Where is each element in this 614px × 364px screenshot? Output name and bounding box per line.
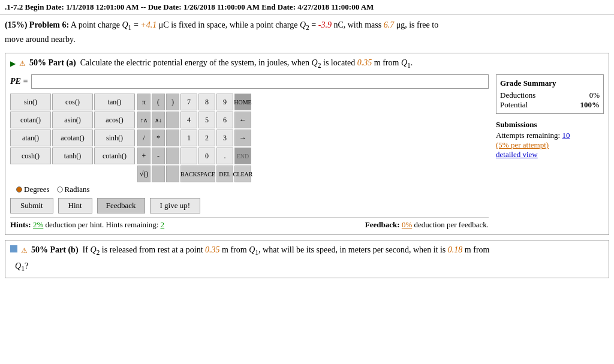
radians-radio-dot [57,186,63,192]
calc-open-paren[interactable]: ( [152,94,165,110]
calc-empty-num [180,148,197,164]
action-buttons-row: Submit Hint Feedback I give up! [10,198,489,213]
submit-button[interactable]: Submit [10,198,53,213]
hints-pct: 2% [33,220,43,229]
degrees-radio-label[interactable]: Degrees [16,185,50,194]
main-box: ▶ ⚠ 50% Part (a) Calculate the electric … [5,53,609,235]
calc-5[interactable]: 5 [198,112,215,128]
calculator: sin() cos() tan() cotan() asin() acos() … [10,94,489,194]
header-label: .1-7.2 Begin Date: [5,2,64,11]
detail-link[interactable]: detailed view [496,150,538,159]
attempts-val: 10 [562,131,570,140]
calc-atan[interactable]: atan() [10,130,51,146]
degrees-radio-dot [16,186,22,192]
calc-sinh[interactable]: sinh() [94,130,135,146]
calc-home[interactable]: HOME [234,94,251,110]
part-b-warning-icon: ⚠ [21,246,28,255]
per-attempt-row: (5% per attempt) [496,140,604,150]
part-a-body: PE = sin() cos() tan() cotan() asin() ac… [10,74,604,230]
calc-plus[interactable]: + [137,148,151,164]
calc-del[interactable]: DEL [216,166,233,182]
calc-end[interactable]: END [234,148,251,164]
calc-fwd-arrow[interactable]: → [234,130,251,146]
part-b-text: 50% Part (b) If Q2 is released from rest… [31,245,489,257]
hint-button[interactable]: Hint [58,198,92,213]
hints-count: 2 [161,220,165,229]
calc-7[interactable]: 7 [180,94,197,110]
calc-sin[interactable]: sin() [10,94,51,110]
calc-asin[interactable]: asin() [52,112,93,128]
grade-summary-panel: Grade Summary Deductions 0% Potential 10… [496,74,604,230]
calc-empty-1 [166,112,179,128]
calc-grid: sin() cos() tan() cotan() asin() acos() … [10,94,489,182]
calc-cotan[interactable]: cotan() [10,112,51,128]
feedback-pct: 0% [402,220,412,229]
degrees-label: Degrees [24,185,50,194]
deductions-val: 0% [589,91,600,100]
calc-back-arrow[interactable]: ← [234,112,251,128]
calc-acos[interactable]: acos() [94,112,135,128]
calc-acotan[interactable]: acotan() [52,130,93,146]
hints-label: Hints: [10,220,31,229]
calc-9[interactable]: 9 [216,94,233,110]
calc-3[interactable]: 3 [216,130,233,146]
calc-down-arrow[interactable]: ∧↓ [152,112,165,128]
submissions-section: Submissions Attempts remaining: 10 (5% p… [496,120,604,160]
calc-mid-grid: π ( ) ↑∧ ∧↓ / * + - √() [137,94,179,182]
calc-0[interactable]: 0 [198,148,215,164]
calc-divide[interactable]: / [137,130,151,146]
calc-tan[interactable]: tan() [94,94,135,110]
calc-2[interactable]: 2 [198,130,215,146]
calc-clear[interactable]: CLEAR [234,166,251,182]
calc-tanh[interactable]: tanh() [52,148,93,164]
calc-pi[interactable]: π [137,94,151,110]
hints-feedback-row: Hints: 2% deduction per hint. Hints rema… [10,217,489,230]
part-a-header: ▶ ⚠ 50% Part (a) Calculate the electric … [10,58,604,70]
calc-cosh[interactable]: cosh() [10,148,51,164]
bottom-section: ⚠ 50% Part (b) If Q2 is released from re… [5,240,609,278]
calc-4[interactable]: 4 [180,112,197,128]
detail-row[interactable]: detailed view [496,150,604,160]
radians-label: Radians [65,185,90,194]
calc-empty-2 [166,130,179,146]
attempts-row: Attempts remaining: 10 [496,131,604,140]
calc-multiply[interactable]: * [152,130,165,146]
part-a-label: 50% Part (a) Calculate the electric pote… [29,58,413,70]
calc-cos[interactable]: cos() [52,94,93,110]
problem-percent: 15% [8,20,25,29]
calc-cotanh[interactable]: cotanh() [94,148,135,164]
calc-left-grid: sin() cos() tan() cotan() asin() acos() … [10,94,135,182]
calc-backspace[interactable]: BACKSPACE [180,166,215,182]
calc-close-paren[interactable]: ) [166,94,179,110]
potential-row: Potential 100% [500,100,600,110]
pe-label: PE = [10,77,28,86]
calc-up-arrow[interactable]: ↑∧ [137,112,151,128]
deductions-label: Deductions [500,91,535,100]
hints-left: Hints: 2% deduction per hint. Hints rema… [10,220,164,230]
square-icon [10,245,17,252]
feedback-button[interactable]: Feedback [97,198,145,213]
calc-8[interactable]: 8 [198,94,215,110]
grade-summary-box: Grade Summary Deductions 0% Potential 10… [496,74,604,114]
calc-sqrt[interactable]: √() [137,166,151,182]
calc-dot[interactable]: . [216,148,233,164]
radians-radio-label[interactable]: Radians [57,185,90,194]
submissions-title: Submissions [496,120,604,130]
calc-minus[interactable]: - [152,148,165,164]
calc-right-grid: 7 8 9 HOME 4 5 6 ← 1 2 3 → 0 . [180,94,251,182]
top-bar: .1-7.2 Begin Date: 1/1/2018 12:01:00 AM … [0,0,614,15]
potential-label: Potential [500,100,528,110]
pe-row: PE = [10,74,489,89]
calc-1[interactable]: 1 [180,130,197,146]
radio-row: Degrees Radians [16,185,489,194]
per-attempt-pct: (5% per attempt) [496,140,549,149]
pe-input[interactable] [31,74,489,89]
calc-6[interactable]: 6 [216,112,233,128]
feedback-label: Feedback: [365,220,400,229]
part-b-row: ⚠ 50% Part (b) If Q2 is released from re… [10,245,604,257]
calc-empty-4 [152,166,165,182]
problem-text: (15%) Problem 6: A point charge Q1 = +4.… [0,15,614,48]
hints-right: Feedback: 0% deduction per feedback. [365,220,489,230]
give-up-button[interactable]: I give up! [150,198,201,213]
grade-summary-title: Grade Summary [500,79,600,88]
